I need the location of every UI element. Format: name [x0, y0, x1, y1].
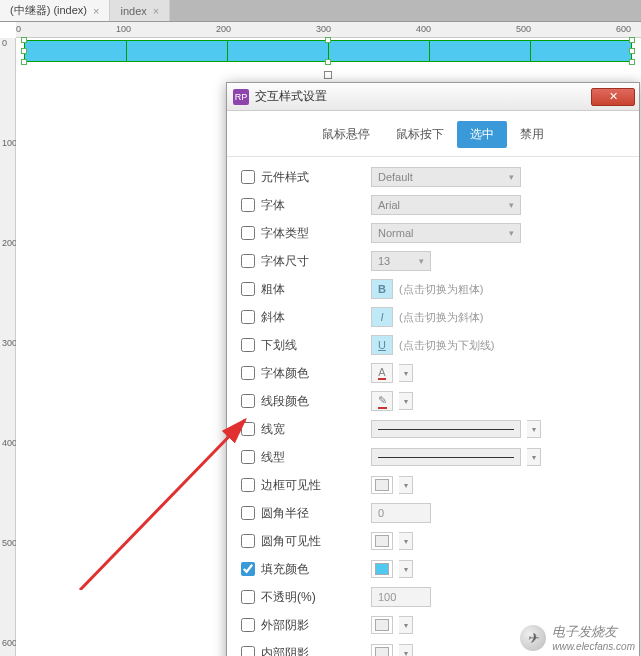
chevron-down-icon[interactable]: ▾ — [527, 420, 541, 438]
chevron-down-icon[interactable]: ▾ — [399, 532, 413, 550]
italic-toggle[interactable]: I — [371, 307, 393, 327]
ruler-tick: 0 — [16, 24, 21, 34]
document-tabs: (中继器) (index) × index × — [0, 0, 641, 22]
font-size-dropdown[interactable]: 13▾ — [371, 251, 431, 271]
selected-widget[interactable] — [24, 40, 632, 62]
style-state-tabs: 鼠标悬停 鼠标按下 选中 禁用 — [227, 111, 639, 157]
chevron-down-icon[interactable]: ▾ — [399, 392, 413, 410]
prop-label: 元件样式 — [261, 169, 371, 186]
row-bold: 粗体 B(点击切换为粗体) — [241, 275, 625, 303]
tab-hover[interactable]: 鼠标悬停 — [309, 121, 383, 148]
close-button[interactable]: ✕ — [591, 88, 635, 106]
tab-index[interactable]: index × — [110, 0, 170, 21]
inner-shadow-button[interactable] — [371, 644, 393, 656]
widget-style-dropdown[interactable]: Default▾ — [371, 167, 521, 187]
row-corner-visibility: 圆角可见性 ▾ — [241, 527, 625, 555]
watermark-url: www.elecfans.com — [552, 641, 635, 652]
resize-handle[interactable] — [629, 59, 635, 65]
ruler-tick: 400 — [416, 24, 431, 34]
row-font: 字体 Arial▾ — [241, 191, 625, 219]
row-line-style: 线型 ▾ — [241, 443, 625, 471]
ruler-tick: 0 — [2, 38, 7, 48]
row-border-visibility: 边框可见性 ▾ — [241, 471, 625, 499]
enable-checkbox[interactable] — [241, 590, 255, 604]
resize-handle[interactable] — [629, 48, 635, 54]
resize-handle[interactable] — [21, 59, 27, 65]
prop-label: 不透明(%) — [261, 589, 371, 606]
corner-visibility-button[interactable] — [371, 532, 393, 550]
close-icon[interactable]: × — [93, 5, 99, 17]
fill-color-swatch[interactable] — [371, 560, 393, 578]
enable-checkbox[interactable] — [241, 534, 255, 548]
row-widget-style: 元件样式 Default▾ — [241, 163, 625, 191]
chevron-down-icon[interactable]: ▾ — [527, 448, 541, 466]
underline-toggle[interactable]: U — [371, 335, 393, 355]
enable-checkbox[interactable] — [241, 226, 255, 240]
hint-text: (点击切换为下划线) — [399, 338, 494, 353]
font-dropdown[interactable]: Arial▾ — [371, 195, 521, 215]
enable-checkbox[interactable] — [241, 450, 255, 464]
enable-checkbox[interactable] — [241, 562, 255, 576]
ruler-tick: 100 — [2, 138, 17, 148]
resize-handle[interactable] — [629, 37, 635, 43]
enable-checkbox[interactable] — [241, 310, 255, 324]
enable-checkbox[interactable] — [241, 254, 255, 268]
ruler-tick: 500 — [2, 538, 17, 548]
resize-handle[interactable] — [325, 37, 331, 43]
resize-handle[interactable] — [325, 59, 331, 65]
tab-repeater-index[interactable]: (中继器) (index) × — [0, 0, 110, 21]
tab-label: (中继器) (index) — [10, 3, 87, 18]
border-visibility-button[interactable] — [371, 476, 393, 494]
tab-mousedown[interactable]: 鼠标按下 — [383, 121, 457, 148]
enable-checkbox[interactable] — [241, 338, 255, 352]
dialog-body: 元件样式 Default▾ 字体 Arial▾ 字体类型 Normal▾ 字体尺… — [227, 157, 639, 656]
ruler-tick: 200 — [216, 24, 231, 34]
row-corner-radius: 圆角半径 0 — [241, 499, 625, 527]
prop-label: 线型 — [261, 449, 371, 466]
interaction-styles-dialog: RP 交互样式设置 ✕ 鼠标悬停 鼠标按下 选中 禁用 元件样式 Default… — [226, 82, 640, 656]
prop-label: 填充颜色 — [261, 561, 371, 578]
enable-checkbox[interactable] — [241, 618, 255, 632]
watermark-text: 电子发烧友 — [552, 623, 635, 641]
prop-label: 圆角半径 — [261, 505, 371, 522]
enable-checkbox[interactable] — [241, 394, 255, 408]
row-line-width: 线宽 ▾ — [241, 415, 625, 443]
enable-checkbox[interactable] — [241, 282, 255, 296]
corner-radius-input[interactable]: 0 — [371, 503, 431, 523]
enable-checkbox[interactable] — [241, 198, 255, 212]
tab-selected[interactable]: 选中 — [457, 121, 507, 148]
connector-point[interactable] — [324, 71, 332, 79]
resize-handle[interactable] — [21, 37, 27, 43]
enable-checkbox[interactable] — [241, 366, 255, 380]
prop-label: 斜体 — [261, 309, 371, 326]
enable-checkbox[interactable] — [241, 422, 255, 436]
enable-checkbox[interactable] — [241, 478, 255, 492]
ruler-tick: 500 — [516, 24, 531, 34]
chevron-down-icon[interactable]: ▾ — [399, 364, 413, 382]
chevron-down-icon[interactable]: ▾ — [399, 644, 413, 656]
row-font-size: 字体尺寸 13▾ — [241, 247, 625, 275]
dialog-titlebar[interactable]: RP 交互样式设置 ✕ — [227, 83, 639, 111]
line-style-dropdown[interactable] — [371, 448, 521, 466]
chevron-down-icon[interactable]: ▾ — [399, 560, 413, 578]
line-width-dropdown[interactable] — [371, 420, 521, 438]
font-type-dropdown[interactable]: Normal▾ — [371, 223, 521, 243]
bold-toggle[interactable]: B — [371, 279, 393, 299]
enable-checkbox[interactable] — [241, 646, 255, 656]
chevron-down-icon[interactable]: ▾ — [399, 616, 413, 634]
chevron-down-icon: ▾ — [419, 256, 424, 266]
opacity-input[interactable]: 100 — [371, 587, 431, 607]
enable-checkbox[interactable] — [241, 170, 255, 184]
prop-label: 字体 — [261, 197, 371, 214]
font-color-button[interactable]: A — [371, 363, 393, 383]
enable-checkbox[interactable] — [241, 506, 255, 520]
resize-handle[interactable] — [21, 48, 27, 54]
tab-disabled[interactable]: 禁用 — [507, 121, 557, 148]
outer-shadow-button[interactable] — [371, 616, 393, 634]
ruler-tick: 400 — [2, 438, 17, 448]
tab-label: index — [120, 5, 146, 17]
close-icon[interactable]: × — [153, 5, 159, 17]
line-color-button[interactable]: ✎ — [371, 391, 393, 411]
chevron-down-icon[interactable]: ▾ — [399, 476, 413, 494]
row-underline: 下划线 U(点击切换为下划线) — [241, 331, 625, 359]
